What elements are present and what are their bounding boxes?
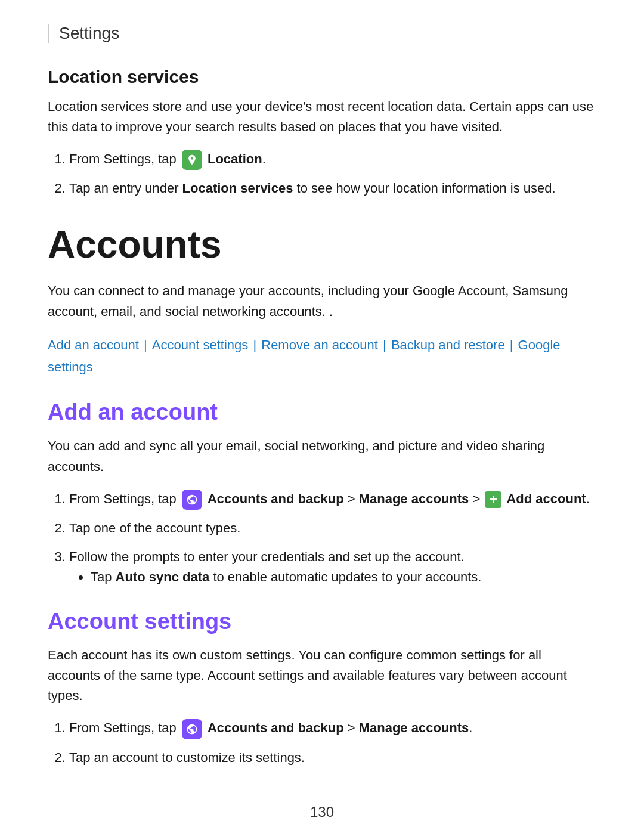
add-account-step-3: Follow the prompts to enter your credent… xyxy=(69,547,596,587)
accounts-backup-bold-2: Accounts and backup xyxy=(208,720,344,735)
page-number: 130 xyxy=(48,804,596,820)
nav-link-account-settings[interactable]: Account settings xyxy=(152,337,248,352)
add-account-bullets: Tap Auto sync data to enable automatic u… xyxy=(69,567,596,587)
accounts-icon-2 xyxy=(182,719,202,739)
accounts-backup-bold-1: Accounts and backup xyxy=(208,491,344,506)
add-account-step-2: Tap one of the account types. xyxy=(69,518,596,538)
nav-sep-4: | xyxy=(506,337,517,352)
add-account-bold: Add account xyxy=(506,491,586,506)
nav-link-remove-account[interactable]: Remove an account xyxy=(261,337,378,352)
accounts-main-heading: Accounts xyxy=(48,222,596,267)
location-steps-list: From Settings, tap Location. Tap an entr… xyxy=(48,149,596,199)
add-account-intro: You can add and sync all your email, soc… xyxy=(48,436,596,476)
auto-sync-bullet: Tap Auto sync data to enable automatic u… xyxy=(91,567,596,587)
add-account-heading: Add an account xyxy=(48,400,596,425)
nav-sep-2: | xyxy=(249,337,260,352)
accounts-nav-links: Add an account | Account settings | Remo… xyxy=(48,334,596,379)
account-settings-steps: From Settings, tap Accounts and backup >… xyxy=(48,718,596,767)
add-account-steps: From Settings, tap Accounts and backup >… xyxy=(48,489,596,587)
accounts-icon-1 xyxy=(182,490,202,510)
account-settings-intro: Each account has its own custom settings… xyxy=(48,645,596,706)
account-settings-step-1: From Settings, tap Accounts and backup >… xyxy=(69,718,596,739)
add-account-step-1: From Settings, tap Accounts and backup >… xyxy=(69,489,596,510)
nav-link-backup-restore[interactable]: Backup and restore xyxy=(391,337,505,352)
accounts-section: Accounts You can connect to and manage y… xyxy=(48,222,596,767)
settings-header: Settings xyxy=(48,24,596,43)
location-section: Location services Location services stor… xyxy=(48,67,596,199)
nav-link-add-account[interactable]: Add an account xyxy=(48,337,139,352)
location-services-heading: Location services xyxy=(48,67,596,87)
accounts-intro: You can connect to and manage your accou… xyxy=(48,281,596,321)
auto-sync-bold: Auto sync data xyxy=(116,569,210,584)
manage-accounts-bold-1: Manage accounts xyxy=(359,491,469,506)
settings-header-text: Settings xyxy=(59,24,119,42)
account-settings-heading: Account settings xyxy=(48,609,596,634)
manage-accounts-bold-2: Manage accounts xyxy=(359,720,469,735)
location-icon xyxy=(182,150,202,170)
nav-sep-3: | xyxy=(379,337,390,352)
location-step-1: From Settings, tap Location. xyxy=(69,149,596,170)
plus-icon: + xyxy=(485,491,501,508)
nav-sep-1: | xyxy=(140,337,151,352)
location-bold: Location xyxy=(208,151,262,166)
page-container: Settings Location services Location serv… xyxy=(0,0,644,833)
location-step-2: Tap an entry under Location services to … xyxy=(69,178,596,199)
location-services-intro: Location services store and use your dev… xyxy=(48,97,596,137)
location-services-bold: Location services xyxy=(182,181,293,196)
account-settings-step-2: Tap an account to customize its settings… xyxy=(69,748,596,768)
